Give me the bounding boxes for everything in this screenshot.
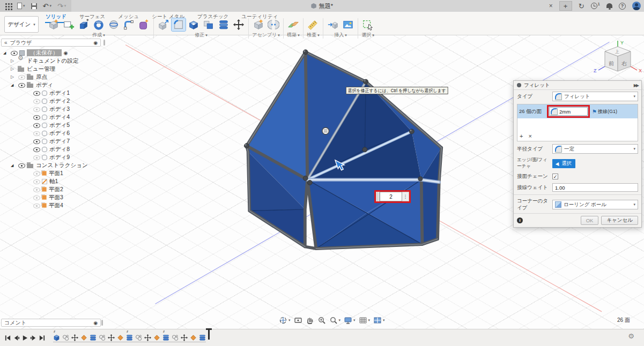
notification-bell-icon[interactable] <box>606 3 612 8</box>
tree-row[interactable]: 平面2 <box>1 185 103 193</box>
visibility-eye-icon[interactable] <box>33 114 41 121</box>
timeline-feature[interactable] <box>162 333 169 341</box>
step-back-button[interactable] <box>13 335 20 341</box>
tree-row[interactable]: ボディ4 <box>1 113 103 121</box>
tool-group-label[interactable]: 選択▾ <box>361 32 374 39</box>
tool-group-label[interactable]: 検査▾ <box>307 32 320 39</box>
select-button[interactable]: ▶ 選択 <box>552 159 575 168</box>
tangent-chain-checkbox[interactable]: ✓ <box>552 174 558 179</box>
timeline-feature[interactable] <box>62 333 69 341</box>
expand-icon[interactable] <box>11 58 18 63</box>
visibility-eye-icon[interactable] <box>33 170 41 177</box>
selection-row[interactable]: 26 個の面 2mm ⚑ 接線(G1) <box>517 104 638 118</box>
tangent-weight-input[interactable]: 1.00 <box>552 183 638 192</box>
visibility-eye-icon[interactable] <box>33 154 41 161</box>
tool-button[interactable] <box>122 18 136 31</box>
tool-button[interactable] <box>77 18 91 31</box>
comments-header[interactable]: コメント ◉ <box>1 319 101 327</box>
timeline-feature[interactable] <box>53 333 60 341</box>
timeline-feature[interactable] <box>80 333 87 341</box>
add-selection-button[interactable]: + <box>520 133 523 139</box>
visibility-eye-icon[interactable] <box>33 122 41 129</box>
browser-options-icon[interactable]: ◉ <box>93 40 98 46</box>
timeline-feature[interactable] <box>90 333 97 341</box>
display-settings-button[interactable]: ▾ <box>344 316 356 325</box>
type-dropdown[interactable]: フィレット ▾ <box>552 92 638 101</box>
tree-row[interactable]: ビュー管理 <box>1 65 103 73</box>
tool-button[interactable] <box>202 18 216 31</box>
close-tab-icon[interactable]: × <box>549 2 553 10</box>
cancel-button[interactable]: キャンセル <box>601 216 638 225</box>
tangency-dropdown[interactable]: ⚑ 接線(G1) <box>592 108 617 115</box>
expand-icon[interactable] <box>11 163 18 168</box>
expand-icon[interactable] <box>11 66 18 71</box>
tree-row[interactable]: ボディ7 <box>1 137 103 145</box>
visibility-eye-icon[interactable] <box>33 98 41 104</box>
tree-row[interactable]: ボディ <box>1 81 103 89</box>
expand-icon[interactable] <box>11 74 18 79</box>
help-icon[interactable]: ? <box>619 3 626 10</box>
step-forward-button[interactable] <box>30 335 37 341</box>
viewports-button[interactable]: ▾ <box>373 316 385 325</box>
visibility-eye-icon[interactable] <box>33 194 41 201</box>
timeline-feature[interactable] <box>190 333 197 341</box>
more-options-icon[interactable]: ⋮ <box>402 192 409 201</box>
redo-button[interactable]: ↷▾ <box>57 0 66 12</box>
tool-button[interactable] <box>232 18 246 31</box>
play-button[interactable] <box>21 335 28 341</box>
fit-button[interactable]: ▾ <box>329 316 341 325</box>
tool-button[interactable] <box>187 18 201 31</box>
visibility-eye-icon[interactable] <box>33 202 41 209</box>
skip-to-end-button[interactable] <box>39 335 46 341</box>
info-icon[interactable]: i <box>517 217 523 223</box>
radius-value-field[interactable]: 2mm <box>549 107 588 116</box>
panel-resize-handle[interactable] <box>103 40 105 46</box>
pan-button[interactable] <box>306 316 314 325</box>
timeline-feature[interactable] <box>199 333 206 341</box>
tool-button[interactable] <box>47 18 61 31</box>
timeline-feature[interactable] <box>117 333 124 341</box>
tool-button[interactable] <box>267 18 280 31</box>
visibility-eye-icon[interactable] <box>18 162 26 169</box>
tree-row[interactable]: ボディ8 <box>1 145 103 153</box>
panel-resize-handle[interactable] <box>101 320 103 326</box>
tool-button[interactable] <box>286 18 300 31</box>
tool-group-label[interactable]: 構築▾ <box>287 32 300 39</box>
expand-dialog-icon[interactable]: ▶▶ <box>634 83 638 88</box>
root-options-icon[interactable]: ◉ <box>64 50 68 56</box>
ok-button[interactable]: OK <box>581 216 599 225</box>
tool-group-label[interactable]: 作成▾ <box>92 32 105 39</box>
comments-options-icon[interactable]: ◉ <box>93 320 98 326</box>
tool-button[interactable] <box>341 18 355 31</box>
radius-dimension-input[interactable]: 2 <box>380 192 402 201</box>
root-document-label[interactable]: （未保存） <box>27 49 62 56</box>
timeline-feature[interactable] <box>153 333 160 341</box>
tool-group-label[interactable]: アセンブリ▾ <box>252 32 280 39</box>
new-tab-button[interactable]: + <box>559 1 572 11</box>
timeline-feature[interactable] <box>144 333 151 341</box>
tree-row[interactable]: ボディ3 <box>1 105 103 113</box>
timeline-feature[interactable] <box>126 333 133 341</box>
skip-to-start-button[interactable] <box>4 335 11 341</box>
corner-type-dropdown[interactable]: ローリング ボール ▾ <box>552 200 638 209</box>
visibility-eye-icon[interactable] <box>33 178 41 185</box>
tool-button[interactable] <box>172 18 186 31</box>
expand-icon[interactable]: ◢ <box>3 51 10 55</box>
file-menu-button[interactable]: ▾ <box>17 0 25 12</box>
tool-button[interactable] <box>107 18 121 31</box>
user-avatar[interactable] <box>632 2 641 10</box>
orbit-button[interactable]: ▾ <box>279 316 291 325</box>
tree-root-row[interactable]: ◢ （未保存） ◉ <box>1 49 103 57</box>
viewcube[interactable]: Y Z X 上 前 右 <box>592 40 644 86</box>
expand-icon[interactable] <box>11 82 18 87</box>
tree-row[interactable]: 原点 <box>1 73 103 81</box>
visibility-eye-icon[interactable] <box>18 74 26 80</box>
tool-button[interactable] <box>62 18 76 31</box>
tree-row[interactable]: 軸1 <box>1 177 103 185</box>
visibility-eye-icon[interactable] <box>33 186 41 193</box>
tree-row[interactable]: ボディ6 <box>1 129 103 137</box>
zoom-button[interactable] <box>317 316 326 325</box>
visibility-eye-icon[interactable] <box>33 138 41 145</box>
tree-row[interactable]: コンストラクション <box>1 161 103 169</box>
tree-row[interactable]: ドキュメントの設定 <box>1 57 103 65</box>
